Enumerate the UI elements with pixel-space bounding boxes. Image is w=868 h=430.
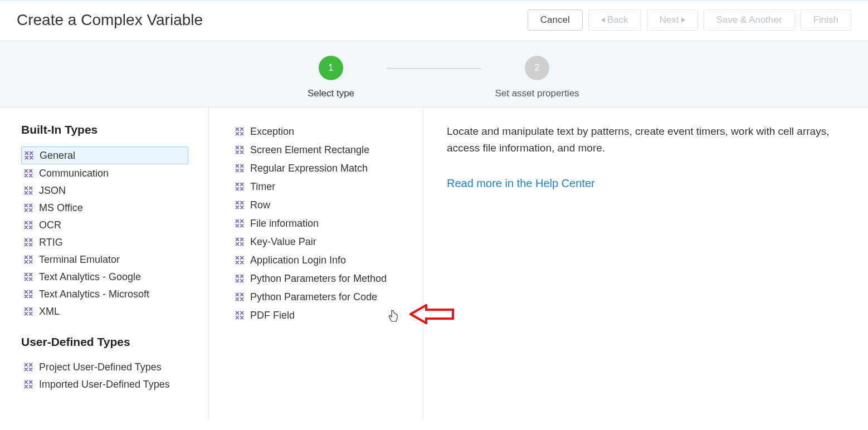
variable-icon [22,202,35,214]
variable-icon [233,125,246,138]
cancel-label: Cancel [540,14,570,26]
variable-icon [23,149,35,162]
variable-icon [233,236,246,248]
type-label: Timer [250,181,275,193]
category-label: Text Analytics - Google [39,271,141,283]
variable-icon [233,272,246,285]
variable-icon [233,144,246,156]
userdefined-header: User-Defined Types [21,335,208,349]
category-terminal-emulator[interactable]: Terminal Emulator [21,251,208,268]
category-general[interactable]: General [21,146,188,164]
category-label: OCR [39,219,61,231]
chevron-left-icon [601,17,605,23]
type-label: File information [250,218,319,229]
category-imported-userdefined[interactable]: Imported User-Defined Types [21,376,208,393]
type-list: Exception Screen Element Rectangle Regul… [232,123,423,324]
category-text-analytics-microsoft[interactable]: Text Analytics - Microsoft [21,286,208,302]
variable-icon [233,162,246,174]
description-panel: Locate and manipulate text by patterns, … [423,108,868,421]
type-row[interactable]: Row [232,197,423,213]
step-connector [387,68,481,69]
category-label: Terminal Emulator [39,254,120,266]
dialog-title: Create a Complex Variable [17,11,203,29]
type-description: Locate and manipulate text by patterns, … [447,123,848,157]
back-button: Back [588,9,641,31]
type-label: Screen Element Rectangle [250,144,369,156]
type-label: Regular Expression Match [250,163,368,174]
save-another-label: Save & Another [716,14,782,26]
variable-icon [22,305,35,317]
type-label: Exception [250,126,294,138]
category-ocr[interactable]: OCR [21,217,208,233]
category-text-analytics-google[interactable]: Text Analytics - Google [21,268,208,285]
variable-icon [22,184,35,197]
category-label: Text Analytics - Microsoft [39,289,149,300]
wizard-progress: 1 Select type 2 Set asset properties [0,41,868,108]
dialog-header: Create a Complex Variable Cancel Back Ne… [0,2,868,41]
variable-icon [22,253,35,266]
category-json[interactable]: JSON [21,182,208,199]
step-1-circle: 1 [319,56,343,80]
save-another-button: Save & Another [704,9,795,31]
variable-icon [22,236,35,248]
category-label: JSON [39,185,66,197]
next-label: Next [660,14,679,26]
category-label: Project User-Defined Types [39,361,162,373]
category-label: MS Office [39,202,83,214]
type-screen-element-rectangle[interactable]: Screen Element Rectangle [232,141,423,158]
type-label: PDF Field [250,310,295,321]
type-regex-match[interactable]: Regular Expression Match [232,160,423,177]
variable-icon [22,219,35,231]
userdefined-list: Project User-Defined Types Imported User… [21,359,208,393]
category-label: Communication [39,168,109,179]
category-rtig[interactable]: RTIG [21,234,208,251]
variable-icon [22,271,35,283]
step-2-label: Set asset properties [495,88,579,99]
category-xml[interactable]: XML [21,303,208,320]
type-application-login-info[interactable]: Application Login Info [232,252,423,268]
type-label: Python Parameters for Code [250,291,377,303]
category-label: General [40,150,75,162]
type-label: Application Login Info [250,255,346,266]
variable-icon [22,378,35,390]
wizard-step-1[interactable]: 1 Select type [275,56,387,99]
variable-icon [233,309,246,321]
category-label: XML [39,306,60,317]
variable-icon [233,180,246,193]
step-2-circle: 2 [525,56,549,80]
next-button: Next [647,9,698,31]
type-panel: Exception Screen Element Rectangle Regul… [209,108,423,421]
cancel-button[interactable]: Cancel [528,9,583,31]
type-key-value-pair[interactable]: Key-Value Pair [232,233,423,250]
category-communication[interactable]: Communication [21,165,208,182]
variable-icon [233,291,246,303]
type-label: Key-Value Pair [250,236,316,248]
type-exception[interactable]: Exception [232,123,423,140]
variable-icon [233,254,246,266]
category-project-userdefined[interactable]: Project User-Defined Types [21,359,208,375]
variable-icon [22,167,35,179]
category-msoffice[interactable]: MS Office [21,199,208,216]
builtin-header: Built-In Types [21,123,208,136]
variable-icon [233,217,246,229]
variable-icon [22,288,35,300]
finish-button: Finish [801,9,851,31]
back-label: Back [607,14,628,26]
category-label: Imported User-Defined Types [39,379,170,390]
step-1-label: Select type [308,88,354,99]
type-timer[interactable]: Timer [232,178,423,195]
type-label: Python Parameters for Method [250,273,387,285]
type-python-params-code[interactable]: Python Parameters for Code [232,289,423,305]
category-panel: Built-In Types General Communication JSO… [0,108,209,421]
finish-label: Finish [813,14,838,26]
variable-icon [22,361,35,373]
builtin-list: General Communication JSON MS Office OCR… [21,146,208,320]
chevron-right-icon [681,17,685,23]
category-label: RTIG [39,237,63,248]
type-python-params-method[interactable]: Python Parameters for Method [232,270,423,287]
type-pdf-field[interactable]: PDF Field [232,307,423,324]
wizard-step-2: 2 Set asset properties [481,56,593,99]
help-center-link[interactable]: Read more in the Help Center [447,177,595,189]
type-label: Row [250,199,270,211]
type-file-information[interactable]: File information [232,215,423,232]
